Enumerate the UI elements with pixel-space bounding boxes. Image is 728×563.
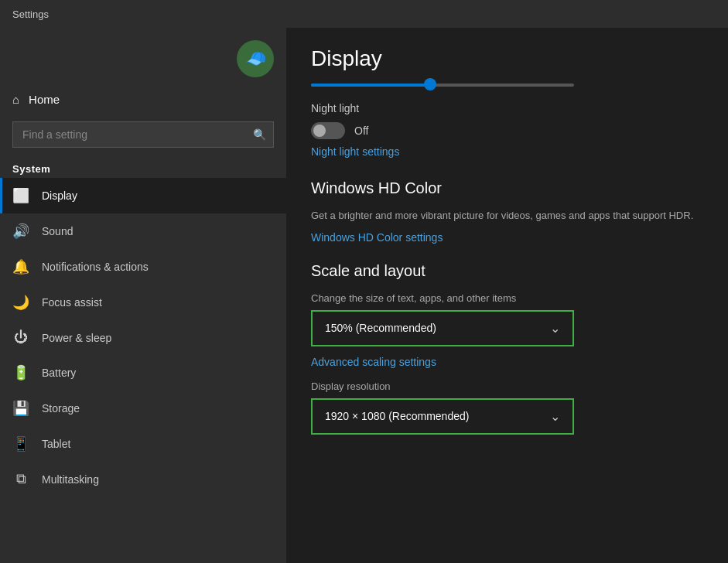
storage-icon: 💾	[12, 400, 29, 417]
sidebar-label-focus: Focus assist	[42, 296, 102, 309]
battery-icon: 🔋	[12, 364, 29, 381]
tablet-icon: 📱	[12, 435, 29, 452]
home-icon: ⌂	[12, 93, 19, 106]
brightness-slider-thumb[interactable]	[424, 78, 436, 90]
display-icon: ⬜	[12, 187, 29, 204]
sidebar-label-battery: Battery	[42, 367, 76, 379]
sound-icon: 🔊	[12, 223, 29, 240]
sidebar-label-sound: Sound	[42, 225, 73, 237]
toggle-knob	[313, 125, 326, 137]
sidebar-item-home[interactable]: ⌂ Home	[0, 84, 286, 115]
sidebar-label-notifications: Notifications & actions	[42, 261, 149, 273]
resolution-dropdown-value: 1920 × 1080 (Recommended)	[325, 410, 469, 422]
night-light-toggle[interactable]	[311, 122, 345, 139]
avatar[interactable]: 🧢	[237, 40, 274, 77]
hd-color-title: Windows HD Color	[311, 179, 703, 197]
sidebar-home-label: Home	[29, 93, 60, 106]
brightness-slider-track[interactable]	[311, 84, 574, 87]
brightness-slider-fill	[311, 84, 429, 87]
sidebar: 🧢 ⌂ Home 🔍 System ⬜ Display 🔊 Sound 🔔 No…	[0, 28, 286, 563]
app-title: Settings	[12, 9, 49, 20]
multitasking-icon: ⧉	[12, 471, 29, 487]
night-light-toggle-row: Off	[311, 122, 703, 139]
resolution-dropdown[interactable]: 1920 × 1080 (Recommended) ⌄	[311, 398, 574, 435]
scale-dropdown-value: 150% (Recommended)	[325, 322, 436, 334]
sidebar-item-focus[interactable]: 🌙 Focus assist	[0, 285, 286, 320]
night-light-section: Night light Off Night light settings	[311, 102, 703, 158]
notifications-icon: 🔔	[12, 258, 29, 275]
sidebar-item-battery[interactable]: 🔋 Battery	[0, 355, 286, 391]
resolution-label: Display resolution	[311, 380, 703, 392]
scale-dropdown[interactable]: 150% (Recommended) ⌄	[311, 310, 574, 346]
night-light-state: Off	[354, 125, 368, 137]
sidebar-item-sound[interactable]: 🔊 Sound	[0, 213, 286, 249]
focus-icon: 🌙	[12, 294, 29, 311]
hd-color-section: Windows HD Color Get a brighter and more…	[311, 179, 703, 244]
night-light-settings-link[interactable]: Night light settings	[311, 145, 703, 158]
search-icon: 🔍	[253, 128, 266, 141]
title-bar: Settings	[0, 0, 728, 28]
sidebar-item-power[interactable]: ⏻ Power & sleep	[0, 320, 286, 355]
avatar-container: 🧢	[0, 28, 286, 84]
advanced-scaling-link[interactable]: Advanced scaling settings	[311, 356, 703, 368]
night-light-label: Night light	[311, 102, 703, 114]
sidebar-label-multitasking: Multitasking	[42, 473, 99, 486]
sidebar-item-tablet[interactable]: 📱 Tablet	[0, 426, 286, 462]
sidebar-item-storage[interactable]: 💾 Storage	[0, 391, 286, 426]
hd-color-desc: Get a brighter and more vibrant picture …	[311, 208, 703, 223]
resolution-dropdown-chevron-icon: ⌄	[550, 409, 560, 424]
sidebar-label-power: Power & sleep	[42, 332, 111, 344]
search-input[interactable]	[12, 121, 274, 148]
sidebar-item-notifications[interactable]: 🔔 Notifications & actions	[0, 249, 286, 285]
sidebar-item-display[interactable]: ⬜ Display	[0, 178, 286, 213]
sidebar-label-display: Display	[42, 189, 77, 202]
scale-layout-section: Scale and layout Change the size of text…	[311, 262, 703, 435]
search-container: 🔍	[12, 121, 274, 148]
scale-dropdown-label: Change the size of text, apps, and other…	[311, 292, 703, 304]
power-icon: ⏻	[12, 329, 29, 346]
sidebar-section-title: System	[0, 157, 286, 178]
main-layout: 🧢 ⌂ Home 🔍 System ⬜ Display 🔊 Sound 🔔 No…	[0, 28, 728, 563]
sidebar-label-tablet: Tablet	[42, 438, 70, 450]
scale-dropdown-chevron-icon: ⌄	[550, 321, 560, 336]
brightness-slider-container	[311, 84, 703, 87]
hd-color-link[interactable]: Windows HD Color settings	[311, 231, 703, 244]
content-area: Display Night light Off Night light sett…	[286, 28, 728, 563]
sidebar-item-multitasking[interactable]: ⧉ Multitasking	[0, 462, 286, 496]
sidebar-label-storage: Storage	[42, 402, 80, 415]
page-title: Display	[311, 46, 703, 71]
scale-layout-title: Scale and layout	[311, 262, 703, 280]
